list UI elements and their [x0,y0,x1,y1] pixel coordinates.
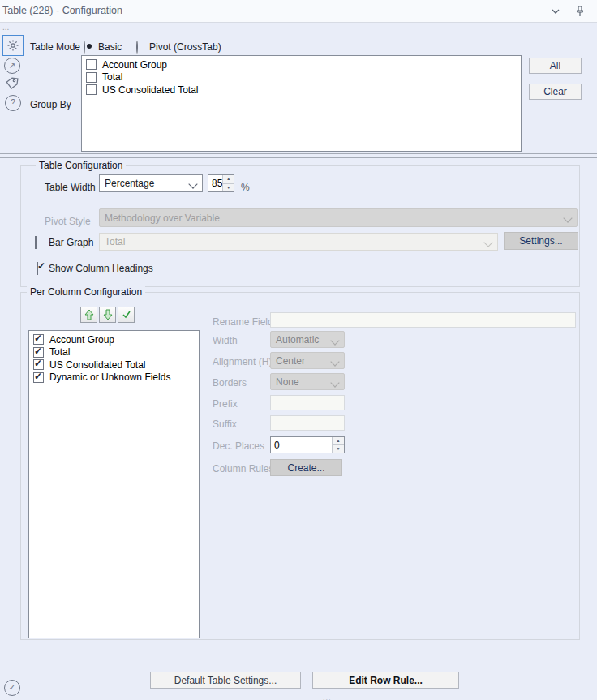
borders-dropdown: None [270,373,345,390]
pivot-style-label: Pivot Style [45,216,91,227]
show-column-headings-label: Show Column Headings [49,263,153,274]
width-dropdown: Automatic [270,331,345,348]
list-item[interactable]: ✓ US Consolidated Total [29,359,199,371]
radio-basic[interactable] [84,41,85,54]
configuration-panel: Table (228) - Configuration ... ↗ ? ✓ Ta… [0,0,597,700]
checkbox-unchecked[interactable] [86,72,97,83]
group-by-label: Group By [30,99,71,110]
show-column-headings-checkbox[interactable]: ✓ [37,262,38,275]
chevron-down-icon [188,179,197,188]
stepper-down-icon[interactable]: ▼ [223,184,234,192]
all-button[interactable]: All [529,58,582,74]
chevron-down-icon [563,213,572,222]
bar-graph-checkbox[interactable] [35,236,37,249]
checkbox-checked[interactable]: ✓ [33,359,44,370]
stepper-down-icon[interactable]: ▼ [333,445,344,453]
move-up-button[interactable] [80,307,97,323]
suffix-input [270,415,345,431]
checkbox-checked[interactable]: ✓ [33,347,44,358]
rename-field-label: Rename Field [213,316,273,328]
percent-sign: % [241,182,250,193]
checkbox-unchecked[interactable] [86,84,97,95]
group-by-listbox[interactable]: Account Group Total US Consolidated Tota… [81,55,522,152]
check-icon [122,310,131,320]
table-width-percent-stepper[interactable]: 85 ▲ ▼ [208,174,234,192]
dec-places-stepper[interactable]: 0 ▲ ▼ [270,436,345,453]
list-item[interactable]: ✓ Dynamic or Unknown Fields [29,371,199,384]
chevron-down-icon [483,238,492,247]
chevron-down-icon [330,378,339,387]
splitter-handle[interactable] [0,153,597,158]
chevron-down-icon [330,336,339,345]
table-width-dropdown[interactable]: Percentage [99,174,203,192]
list-item[interactable]: ✓ Total [29,346,199,359]
per-column-listbox[interactable]: ✓ Account Group ✓ Total ✓ US Consolidate… [28,330,200,638]
prefix-input [270,395,345,410]
checkbox-unchecked[interactable] [86,59,97,70]
alignment-label: Alignment (H) [213,356,272,367]
sidebar-item-publish[interactable]: ↗ [4,58,20,74]
bar-graph-settings-button[interactable]: Settings... [504,232,578,250]
column-rules-create-button[interactable]: Create... [270,459,342,476]
checkbox-checked[interactable]: ✓ [33,334,44,345]
dec-places-label: Dec. Places [213,440,264,452]
clear-button[interactable]: Clear [529,84,582,100]
default-table-settings-button[interactable]: Default Table Settings... [150,672,301,689]
gear-icon [6,39,19,52]
list-item[interactable]: ✓ Account Group [29,331,199,346]
arrow-up-right-icon: ↗ [9,62,15,70]
bar-graph-label: Bar Graph [49,237,93,248]
radio-pivot-crosstab[interactable] [136,41,138,54]
radio-basic-label: Basic [98,41,122,53]
list-item[interactable]: Account Group [82,56,521,71]
column-rules-label: Column Rules [213,463,273,475]
chevron-down-icon [330,357,339,366]
chevron-down-icon[interactable] [548,4,563,19]
list-item[interactable]: US Consolidated Total [82,84,521,97]
rename-field-input [270,312,576,328]
tag-icon [4,76,19,92]
table-configuration-title: Table Configuration [36,160,126,171]
resize-grip[interactable]: ... [323,694,332,700]
suffix-label: Suffix [213,419,237,430]
table-mode-label: Table Mode [30,41,80,53]
sidebar-overflow-dots[interactable]: ... [2,23,9,32]
title-bar: Table (228) - Configuration [0,0,597,23]
table-width-label: Table Width [45,182,96,193]
sidebar-item-tags[interactable] [4,76,19,94]
pin-icon[interactable] [573,4,587,19]
bar-graph-field-dropdown: Total [99,233,498,251]
per-column-configuration-title: Per Column Configuration [27,286,145,298]
question-icon: ? [11,99,15,107]
pivot-style-dropdown: Methodology over Variable [99,208,578,227]
stepper-up-icon[interactable]: ▲ [223,175,234,184]
check-all-columns-button[interactable] [118,307,135,323]
checkbox-checked[interactable]: ✓ [33,372,44,383]
borders-label: Borders [213,377,247,389]
prefix-label: Prefix [213,398,238,410]
edit-row-rule-button[interactable]: Edit Row Rule... [312,672,459,689]
sidebar-item-help[interactable]: ? [5,95,21,111]
check-circle-icon: ✓ [9,684,15,692]
sidebar-item-settings[interactable] [2,35,24,56]
panel-title: Table (228) - Configuration [2,5,122,16]
move-up-icon [84,309,94,320]
alignment-dropdown: Center [270,352,345,369]
radio-pivot-crosstab-label: Pivot (CrossTab) [149,41,221,53]
move-down-icon [103,309,113,320]
width-label: Width [213,335,238,346]
move-down-button[interactable] [99,307,116,323]
list-item[interactable]: Total [82,71,521,84]
sidebar-item-apply[interactable]: ✓ [4,680,20,696]
stepper-up-icon[interactable]: ▲ [333,437,344,445]
